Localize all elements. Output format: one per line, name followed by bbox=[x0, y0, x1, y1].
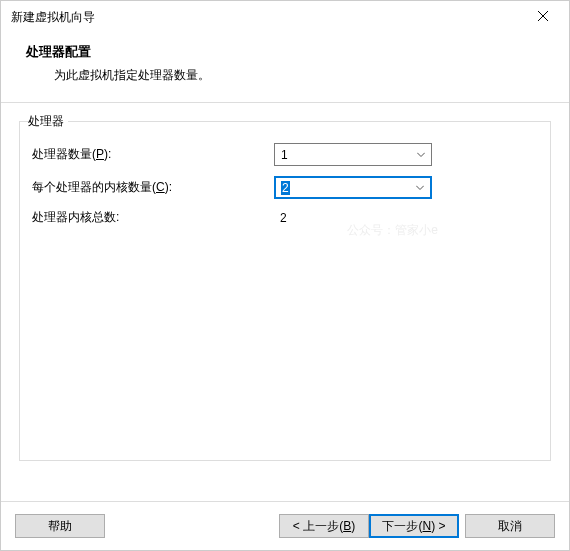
watermark-text: 公众号：管家小e bbox=[347, 222, 438, 239]
chevron-down-icon bbox=[416, 185, 424, 190]
title-bar: 新建虚拟机向导 bbox=[1, 1, 569, 33]
chevron-down-icon bbox=[417, 152, 425, 157]
total-cores-row: 处理器内核总数: 2 bbox=[32, 209, 538, 226]
back-button[interactable]: < 上一步(B) bbox=[279, 514, 369, 538]
fieldset-legend: 处理器 bbox=[28, 113, 68, 130]
wizard-header: 处理器配置 为此虚拟机指定处理器数量。 bbox=[1, 33, 569, 102]
help-button[interactable]: 帮助 bbox=[15, 514, 105, 538]
content-area: 处理器 处理器数量(P): 1 每个处理器的内核数量(C): 2 bbox=[1, 103, 569, 461]
page-subtitle: 为此虚拟机指定处理器数量。 bbox=[54, 67, 544, 84]
close-icon bbox=[538, 10, 548, 24]
total-cores-label: 处理器内核总数: bbox=[32, 209, 274, 226]
processors-label: 处理器数量(P): bbox=[32, 146, 274, 163]
cores-dropdown[interactable]: 2 bbox=[274, 176, 432, 199]
processors-value: 1 bbox=[281, 148, 288, 162]
cancel-button[interactable]: 取消 bbox=[465, 514, 555, 538]
next-button[interactable]: 下一步(N) > bbox=[369, 514, 459, 538]
window-title: 新建虚拟机向导 bbox=[11, 9, 95, 26]
processors-dropdown[interactable]: 1 bbox=[274, 143, 432, 166]
total-cores-value: 2 bbox=[274, 211, 287, 225]
cores-label: 每个处理器的内核数量(C): bbox=[32, 179, 274, 196]
processors-row: 处理器数量(P): 1 bbox=[32, 143, 538, 166]
cores-row: 每个处理器的内核数量(C): 2 bbox=[32, 176, 538, 199]
nav-button-group: < 上一步(B) 下一步(N) > 取消 bbox=[279, 514, 555, 538]
cores-value: 2 bbox=[281, 181, 290, 195]
page-title: 处理器配置 bbox=[26, 43, 544, 61]
footer-bar: 帮助 < 上一步(B) 下一步(N) > 取消 bbox=[1, 501, 569, 550]
processors-fieldset: 处理器 处理器数量(P): 1 每个处理器的内核数量(C): 2 bbox=[19, 121, 551, 461]
close-button[interactable] bbox=[525, 3, 561, 31]
